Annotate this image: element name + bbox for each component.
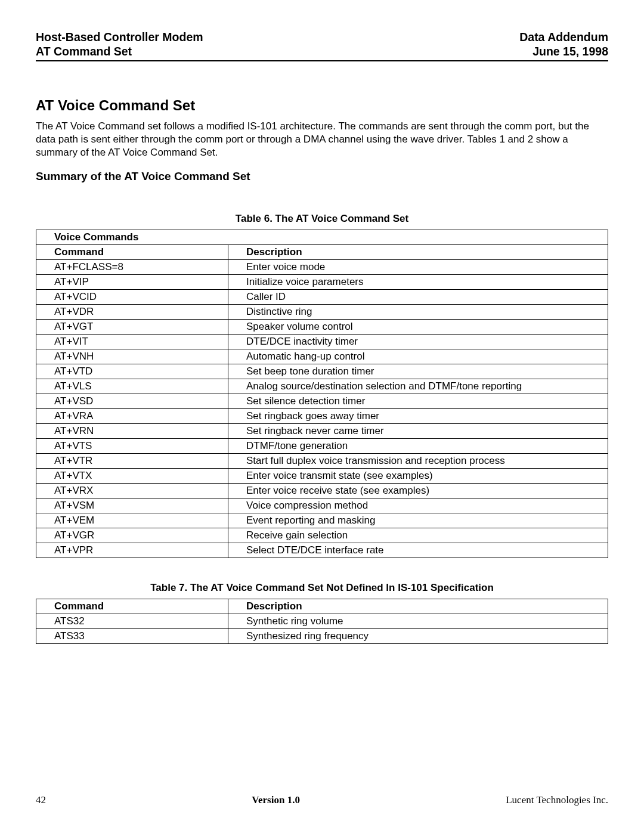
description-cell: Synthesized ring frequency xyxy=(228,629,608,644)
description-cell: Automatic hang-up control xyxy=(228,349,608,364)
doc-title-line2: AT Command Set xyxy=(36,44,203,58)
section-title: AT Voice Command Set xyxy=(36,97,608,114)
table-row: ATS32Synthetic ring volume xyxy=(36,614,608,629)
description-cell: DTMF/tone generation xyxy=(228,439,608,454)
footer-version: Version 1.0 xyxy=(252,794,300,806)
doc-title-line1: Host-Based Controller Modem xyxy=(36,30,203,44)
table-row: AT+VNHAutomatic hang-up control xyxy=(36,349,608,364)
command-cell: AT+VLS xyxy=(36,379,228,394)
table-row: AT+VSDSet silence detection timer xyxy=(36,394,608,409)
table-row: AT+FCLASS=8Enter voice mode xyxy=(36,260,608,275)
page-header: Host-Based Controller Modem AT Command S… xyxy=(36,30,608,61)
table-row: AT+VTSDTMF/tone generation xyxy=(36,439,608,454)
description-cell: DTE/DCE inactivity timer xyxy=(228,335,608,349)
subsection-title: Summary of the AT Voice Command Set xyxy=(36,170,608,183)
description-cell: Receive gain selection xyxy=(228,528,608,543)
command-cell: AT+VGR xyxy=(36,528,228,543)
table7-col2-header: Description xyxy=(228,599,608,614)
command-cell: AT+VRN xyxy=(36,424,228,439)
command-cell: AT+VSD xyxy=(36,394,228,409)
description-cell: Event reporting and masking xyxy=(228,513,608,528)
description-cell: Set ringback never came timer xyxy=(228,424,608,439)
header-right: Data Addendum June 15, 1998 xyxy=(519,30,608,59)
description-cell: Set silence detection timer xyxy=(228,394,608,409)
table-row: AT+VPRSelect DTE/DCE interface rate xyxy=(36,543,608,558)
description-cell: Voice compression method xyxy=(228,498,608,513)
description-cell: Initialize voice parameters xyxy=(228,275,608,290)
table-row: AT+VTXEnter voice transmit state (see ex… xyxy=(36,469,608,484)
command-cell: AT+VRA xyxy=(36,409,228,424)
command-cell: AT+VTR xyxy=(36,454,228,469)
table-row: AT+VTRStart full duplex voice transmissi… xyxy=(36,454,608,469)
command-cell: ATS33 xyxy=(36,629,228,644)
command-cell: AT+VSM xyxy=(36,498,228,513)
description-cell: Caller ID xyxy=(228,290,608,305)
table6-caption: Table 6. The AT Voice Command Set xyxy=(36,213,608,225)
table-row: AT+VIPInitialize voice parameters xyxy=(36,275,608,290)
table7-col1-header: Command xyxy=(36,599,228,614)
description-cell: Select DTE/DCE interface rate xyxy=(228,543,608,558)
description-cell: Synthetic ring volume xyxy=(228,614,608,629)
table-row: AT+VRASet ringback goes away timer xyxy=(36,409,608,424)
page: Host-Based Controller Modem AT Command S… xyxy=(0,0,644,833)
command-cell: AT+VGT xyxy=(36,320,228,335)
footer-company: Lucent Technologies Inc. xyxy=(506,794,608,806)
command-cell: AT+VCID xyxy=(36,290,228,305)
intro-paragraph: The AT Voice Command set follows a modif… xyxy=(36,120,608,159)
description-cell: Enter voice receive state (see examples) xyxy=(228,484,608,498)
table-row: AT+VTDSet beep tone duration timer xyxy=(36,364,608,379)
description-cell: Start full duplex voice transmission and… xyxy=(228,454,608,469)
command-cell: AT+VTD xyxy=(36,364,228,379)
table6-col1-header: Command xyxy=(36,245,228,260)
command-cell: AT+VEM xyxy=(36,513,228,528)
table-row: AT+VCIDCaller ID xyxy=(36,290,608,305)
description-cell: Set ringback goes away timer xyxy=(228,409,608,424)
command-cell: AT+FCLASS=8 xyxy=(36,260,228,275)
description-cell: Set beep tone duration timer xyxy=(228,364,608,379)
table-row: AT+VRNSet ringback never came timer xyxy=(36,424,608,439)
description-cell: Speaker volume control xyxy=(228,320,608,335)
command-cell: AT+VNH xyxy=(36,349,228,364)
description-cell: Distinctive ring xyxy=(228,305,608,320)
table6-title-row: Voice Commands xyxy=(36,230,608,245)
table-row: AT+VITDTE/DCE inactivity timer xyxy=(36,335,608,349)
command-cell: AT+VRX xyxy=(36,484,228,498)
command-cell: AT+VPR xyxy=(36,543,228,558)
table-row: AT+VGRReceive gain selection xyxy=(36,528,608,543)
command-cell: AT+VTX xyxy=(36,469,228,484)
command-cell: AT+VIT xyxy=(36,335,228,349)
command-cell: ATS32 xyxy=(36,614,228,629)
table-row: AT+VDRDistinctive ring xyxy=(36,305,608,320)
table-row: AT+VRXEnter voice receive state (see exa… xyxy=(36,484,608,498)
doc-meta-line2: June 15, 1998 xyxy=(519,44,608,58)
table-row: AT+VEMEvent reporting and masking xyxy=(36,513,608,528)
table-row: AT+VGTSpeaker volume control xyxy=(36,320,608,335)
table-row: AT+VSMVoice compression method xyxy=(36,498,608,513)
table6-col2-header: Description xyxy=(228,245,608,260)
table7-caption: Table 7. The AT Voice Command Set Not De… xyxy=(36,582,608,594)
header-left: Host-Based Controller Modem AT Command S… xyxy=(36,30,203,59)
description-cell: Enter voice transmit state (see examples… xyxy=(228,469,608,484)
table-row: ATS33Synthesized ring frequency xyxy=(36,629,608,644)
command-cell: AT+VIP xyxy=(36,275,228,290)
command-cell: AT+VTS xyxy=(36,439,228,454)
doc-meta-line1: Data Addendum xyxy=(519,30,608,44)
command-cell: AT+VDR xyxy=(36,305,228,320)
table-row: AT+VLSAnalog source/destination selectio… xyxy=(36,379,608,394)
table7: Command Description ATS32Synthetic ring … xyxy=(36,599,608,644)
description-cell: Enter voice mode xyxy=(228,260,608,275)
table6: Voice Commands Command Description AT+FC… xyxy=(36,230,608,558)
footer-page-number: 42 xyxy=(36,794,46,806)
description-cell: Analog source/destination selection and … xyxy=(228,379,608,394)
page-footer: 42 Version 1.0 Lucent Technologies Inc. xyxy=(36,794,608,806)
